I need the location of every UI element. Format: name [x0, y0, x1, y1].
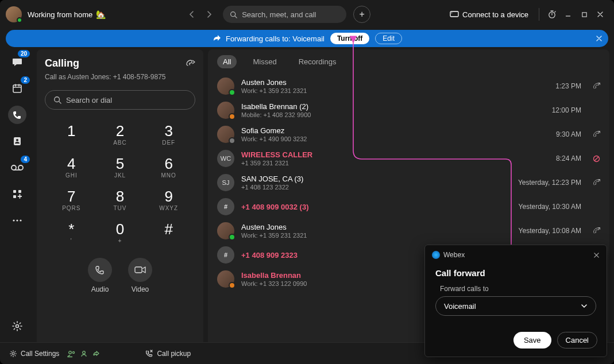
presence-status[interactable]: Working from home 🏡	[28, 10, 106, 19]
presence-text: Working from home	[28, 10, 92, 19]
close-button[interactable]	[592, 6, 608, 22]
dialpad-key-6[interactable]: 6MNO	[152, 156, 185, 179]
voicemail-nav[interactable]: 4	[8, 158, 26, 177]
forward-to-value: Voicemail	[444, 302, 476, 311]
dialpad-key-4[interactable]: 4GHI	[55, 156, 88, 179]
audio-call-button[interactable]: Audio	[88, 258, 112, 293]
chevron-down-icon	[581, 304, 588, 308]
forward-icon	[212, 34, 221, 42]
more-nav[interactable]	[8, 211, 26, 230]
house-icon: 🏡	[96, 10, 106, 19]
call-settings-label: Call Settings	[21, 350, 59, 358]
settings-nav[interactable]	[8, 317, 26, 335]
outgoing-icon	[593, 179, 600, 187]
svg-point-16	[16, 325, 19, 328]
chat-badge: 20	[18, 50, 30, 57]
video-call-button[interactable]: Video	[128, 258, 152, 293]
minimize-button[interactable]	[560, 6, 576, 22]
user-avatar[interactable]	[6, 6, 22, 22]
svg-point-20	[12, 353, 14, 355]
tab-recordings[interactable]: Recordings	[293, 55, 342, 68]
svg-rect-1	[450, 11, 458, 17]
calendar-nav[interactable]: 2	[8, 79, 26, 98]
history-row[interactable]: #+1 408 909 0032 (3)Yesterday, 10:30 AM	[208, 195, 609, 219]
forward-to-select[interactable]: Voicemail	[435, 296, 596, 316]
audio-label: Audio	[91, 285, 109, 293]
footer-status-icons	[67, 350, 101, 358]
chat-nav[interactable]: 20	[8, 53, 26, 71]
presence-dot	[17, 17, 22, 23]
device-icon	[450, 11, 459, 18]
new-action-button[interactable]: +	[353, 6, 370, 23]
call-pickup-button[interactable]: Call pickup	[145, 350, 191, 358]
queue-icon-1[interactable]	[67, 350, 75, 358]
svg-point-22	[73, 351, 75, 353]
nav-rail: 20 2 4	[0, 49, 34, 364]
history-row[interactable]: Sofia GomezWork: +1 490 900 32329:30 AM	[208, 122, 609, 146]
history-row[interactable]: Austen JonesWork: +1 359 231 23211:23 PM	[208, 74, 609, 98]
dial-search-placeholder: Search or dial	[66, 96, 112, 104]
search-icon	[230, 11, 237, 18]
dialog-close-button[interactable]	[593, 252, 600, 258]
tab-all[interactable]: All	[217, 55, 237, 68]
calling-title: Calling	[45, 57, 79, 69]
queue-icon-2[interactable]	[80, 350, 88, 358]
history-row[interactable]: SJSAN JOSE, CA (3)+1 408 123 2322Yesterd…	[208, 171, 609, 195]
svg-point-8	[11, 165, 16, 170]
history-row[interactable]: Austen JonesWork: +1 359 231 2321Yesterd…	[208, 219, 609, 243]
nav-forward-button[interactable]	[202, 7, 216, 21]
video-label: Video	[132, 285, 149, 293]
calling-panel: Calling Call as Austen Jones: +1 408-578…	[37, 49, 203, 359]
dial-search-input[interactable]: Search or dial	[45, 90, 195, 110]
dialpad-key-3[interactable]: 3DEF	[152, 123, 185, 146]
svg-rect-4	[582, 12, 586, 16]
dialog-brand: Webex	[443, 251, 465, 259]
maximize-button[interactable]	[576, 6, 592, 22]
turn-off-button[interactable]: Turn off	[330, 33, 369, 44]
svg-point-9	[18, 165, 23, 170]
apps-nav[interactable]	[8, 185, 26, 203]
save-button[interactable]: Save	[513, 332, 551, 348]
call-pickup-label: Call pickup	[157, 350, 191, 358]
call-forward-icon[interactable]	[186, 59, 195, 68]
history-row[interactable]: WCWIRELESS CALLER+1 359 231 23218:24 AM	[208, 146, 609, 171]
call-forward-dialog: Webex Call forward Forward calls to Voic…	[424, 245, 607, 357]
dialpad-key-8[interactable]: 8TUV	[104, 189, 137, 211]
calendar-badge: 2	[21, 76, 30, 84]
blocked-icon	[593, 155, 600, 162]
svg-point-7	[16, 139, 18, 141]
outgoing-icon	[593, 131, 600, 138]
svg-point-15	[20, 219, 21, 221]
connect-device-button[interactable]: Connect to a device	[450, 10, 528, 19]
edit-button[interactable]: Edit	[375, 33, 402, 44]
banner-close-button[interactable]	[596, 35, 603, 42]
connect-device-label: Connect to a device	[462, 10, 528, 19]
webex-logo-icon	[432, 251, 440, 259]
nav-back-button[interactable]	[185, 7, 199, 21]
calling-nav[interactable]	[8, 106, 26, 124]
dialog-title: Call forward	[435, 268, 596, 278]
dialpad-key-9[interactable]: 9WXYZ	[152, 189, 185, 211]
call-settings-button[interactable]: Call Settings	[9, 350, 59, 358]
svg-rect-11	[18, 190, 21, 193]
dialpad-key-#[interactable]: #	[152, 222, 185, 244]
dialpad-key-7[interactable]: 7PQRS	[55, 189, 88, 211]
history-row[interactable]: Isabella Brennan (2)Mobile: +1 408 232 9…	[208, 98, 609, 122]
dialpad-key-5[interactable]: 5JKL	[104, 156, 137, 179]
divider	[539, 8, 539, 21]
timer-icon[interactable]	[544, 6, 560, 22]
svg-rect-5	[13, 85, 21, 92]
forward-to-label: Forward calls to	[435, 285, 596, 293]
dialpad-key-2[interactable]: 2ABC	[104, 123, 137, 146]
nav-arrows	[185, 7, 216, 21]
dialpad-key-0[interactable]: 0+	[104, 222, 137, 244]
global-search[interactable]: Search, meet, and call	[223, 6, 346, 23]
queue-icon-3[interactable]	[92, 350, 101, 358]
dialpad-key-1[interactable]: 1	[55, 123, 88, 146]
dialpad-key-*[interactable]: *'	[55, 222, 88, 244]
banner-text: Forwarding calls to: Voicemail	[226, 34, 325, 43]
cancel-button[interactable]: Cancel	[557, 332, 597, 348]
tab-missed[interactable]: Missed	[247, 55, 282, 68]
voicemail-badge: 4	[21, 156, 30, 163]
contacts-nav[interactable]	[8, 132, 26, 150]
